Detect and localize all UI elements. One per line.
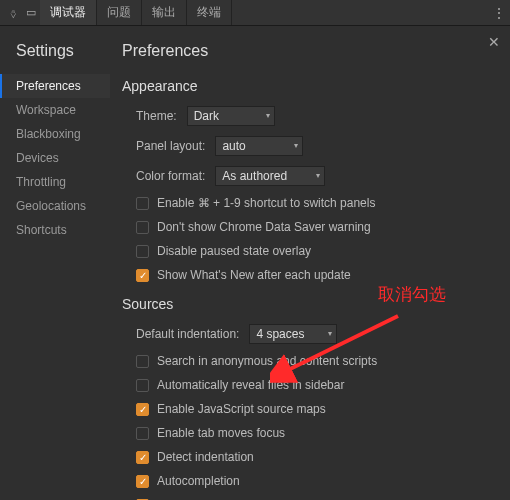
theme-value: Dark <box>194 109 219 123</box>
checkbox-label: Automatically reveal files in sidebar <box>157 378 344 392</box>
sidebar-item-geolocations[interactable]: Geolocations <box>0 194 110 218</box>
close-icon[interactable]: ✕ <box>488 34 500 50</box>
kebab-menu-icon[interactable]: ⋮ <box>488 0 510 25</box>
checkbox-label: Show What's New after each update <box>157 268 351 282</box>
sources-check-5[interactable]: ✓Autocompletion <box>136 474 492 488</box>
sidebar-item-preferences[interactable]: Preferences <box>0 74 110 98</box>
panel-layout-value: auto <box>222 139 245 153</box>
checkbox-icon[interactable] <box>136 355 149 368</box>
appearance-check-3[interactable]: ✓Show What's New after each update <box>136 268 492 282</box>
tab-output[interactable]: 输出 <box>142 0 187 25</box>
section-sources-title: Sources <box>122 296 492 312</box>
checkbox-icon[interactable]: ✓ <box>136 403 149 416</box>
sources-check-1[interactable]: Automatically reveal files in sidebar <box>136 378 492 392</box>
settings-content: Preferences Appearance Theme: Dark ▾ Pan… <box>110 26 510 500</box>
tab-issues[interactable]: 问题 <box>97 0 142 25</box>
indent-value: 4 spaces <box>256 327 304 341</box>
tab-debugger[interactable]: 调试器 <box>40 0 97 25</box>
inspect-icon[interactable]: ⎀ <box>4 0 22 25</box>
appearance-check-2[interactable]: Disable paused state overlay <box>136 244 492 258</box>
checkbox-icon[interactable] <box>136 427 149 440</box>
indent-select[interactable]: 4 spaces ▾ <box>249 324 337 344</box>
panel-layout-label: Panel layout: <box>136 139 205 153</box>
checkbox-label: Disable paused state overlay <box>157 244 311 258</box>
section-appearance-title: Appearance <box>122 78 492 94</box>
indent-row: Default indentation: 4 spaces ▾ <box>122 324 492 344</box>
color-format-label: Color format: <box>136 169 205 183</box>
tab-bar: ⎀ ▭ 调试器 问题 输出 终端 ⋮ <box>0 0 510 26</box>
checkbox-label: Don't show Chrome Data Saver warning <box>157 220 371 234</box>
panel-layout-select[interactable]: auto ▾ <box>215 136 303 156</box>
sidebar-item-devices[interactable]: Devices <box>0 146 110 170</box>
checkbox-icon[interactable]: ✓ <box>136 475 149 488</box>
device-icon[interactable]: ▭ <box>22 0 40 25</box>
page-title: Preferences <box>122 42 492 60</box>
color-format-row: Color format: As authored ▾ <box>122 166 492 186</box>
appearance-check-1[interactable]: Don't show Chrome Data Saver warning <box>136 220 492 234</box>
chevron-down-icon: ▾ <box>294 141 298 150</box>
checkbox-label: Enable JavaScript source maps <box>157 402 326 416</box>
color-format-select[interactable]: As authored ▾ <box>215 166 325 186</box>
sidebar-title: Settings <box>16 42 110 60</box>
sidebar-item-shortcuts[interactable]: Shortcuts <box>0 218 110 242</box>
checkbox-icon[interactable]: ✓ <box>136 269 149 282</box>
chevron-down-icon: ▾ <box>266 111 270 120</box>
color-format-value: As authored <box>222 169 287 183</box>
checkbox-label: Autocompletion <box>157 474 240 488</box>
sources-check-2[interactable]: ✓Enable JavaScript source maps <box>136 402 492 416</box>
checkbox-icon[interactable] <box>136 197 149 210</box>
sidebar-item-blackboxing[interactable]: Blackboxing <box>0 122 110 146</box>
theme-label: Theme: <box>136 109 177 123</box>
sidebar-item-workspace[interactable]: Workspace <box>0 98 110 122</box>
checkbox-label: Enable tab moves focus <box>157 426 285 440</box>
panel-layout-row: Panel layout: auto ▾ <box>122 136 492 156</box>
settings-sidebar: Settings Preferences Workspace Blackboxi… <box>0 26 110 500</box>
appearance-check-0[interactable]: Enable ⌘ + 1-9 shortcut to switch panels <box>136 196 492 210</box>
sources-check-4[interactable]: ✓Detect indentation <box>136 450 492 464</box>
tab-terminal[interactable]: 终端 <box>187 0 232 25</box>
theme-select[interactable]: Dark ▾ <box>187 106 275 126</box>
checkbox-label: Search in anonymous and content scripts <box>157 354 377 368</box>
theme-row: Theme: Dark ▾ <box>122 106 492 126</box>
sources-check-0[interactable]: Search in anonymous and content scripts <box>136 354 492 368</box>
sources-check-3[interactable]: Enable tab moves focus <box>136 426 492 440</box>
checkbox-icon[interactable] <box>136 245 149 258</box>
checkbox-label: Enable ⌘ + 1-9 shortcut to switch panels <box>157 196 375 210</box>
indent-label: Default indentation: <box>136 327 239 341</box>
chevron-down-icon: ▾ <box>328 329 332 338</box>
checkbox-label: Detect indentation <box>157 450 254 464</box>
sidebar-item-throttling[interactable]: Throttling <box>0 170 110 194</box>
checkbox-icon[interactable]: ✓ <box>136 451 149 464</box>
settings-panel: ✕ Settings Preferences Workspace Blackbo… <box>0 26 510 500</box>
checkbox-icon[interactable] <box>136 221 149 234</box>
checkbox-icon[interactable] <box>136 379 149 392</box>
chevron-down-icon: ▾ <box>316 171 320 180</box>
